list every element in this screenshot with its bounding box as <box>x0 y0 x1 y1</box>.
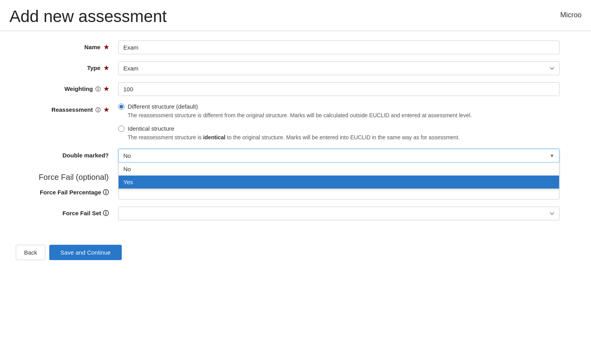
reassessment-option-identical-label[interactable]: Identical structure <box>118 125 559 132</box>
reassessment-radio-identical[interactable] <box>118 126 125 132</box>
weighting-input[interactable] <box>118 82 559 96</box>
double-marked-dropdown-list: No Yes <box>118 163 559 189</box>
reassessment-options: Different structure (default) The reasse… <box>118 103 559 142</box>
name-input[interactable] <box>118 41 559 54</box>
weighting-label: Weighting ⓘ ★ <box>16 82 118 93</box>
name-label: Name ★ <box>16 41 118 51</box>
double-marked-label: Double marked? <box>16 149 118 159</box>
dropdown-item-yes[interactable]: Yes <box>119 176 559 188</box>
double-marked-row: Double marked? No ▼ No Yes <box>16 149 559 163</box>
force-fail-percentage-label: Force Fail Percentage ⓘ <box>16 186 118 196</box>
dropdown-arrow-icon: ▼ <box>550 153 554 159</box>
reassessment-row: Reassessment ⓘ ★ Different structure (de… <box>16 103 559 142</box>
weighting-required: ★ <box>104 85 109 92</box>
reassessment-radio-different[interactable] <box>118 103 125 110</box>
reassessment-option-different: Different structure (default) The reasse… <box>118 103 559 120</box>
type-label: Type ★ <box>16 61 118 72</box>
name-required: ★ <box>104 44 109 50</box>
double-marked-dropdown[interactable]: No ▼ No Yes <box>118 149 559 163</box>
force-fail-section-label: Force Fail (optional) <box>16 170 118 182</box>
force-fail-set-row: Force Fail Set ⓘ <box>16 207 559 220</box>
double-marked-selected[interactable]: No ▼ <box>118 149 559 163</box>
double-marked-control-wrap: No ▼ No Yes <box>118 149 559 163</box>
type-row: Type ★ Exam Coursework Dissertation Pres… <box>16 61 559 75</box>
reassessment-required: ★ <box>104 106 109 113</box>
reassessment-option-identical: Identical structure The reassessment str… <box>118 125 559 142</box>
force-fail-set-label: Force Fail Set ⓘ <box>16 207 118 217</box>
page-title: Add new assessment <box>9 7 167 26</box>
weighting-row: Weighting ⓘ ★ <box>16 82 559 96</box>
button-row: Back Save and Continue <box>0 237 591 268</box>
force-fail-set-help-icon[interactable]: ⓘ <box>103 210 109 216</box>
name-row: Name ★ <box>16 41 559 54</box>
force-fail-set-control <box>118 207 559 220</box>
reassessment-help-icon[interactable]: ⓘ <box>95 107 100 113</box>
type-required: ★ <box>104 65 109 71</box>
save-continue-button[interactable]: Save and Continue <box>49 245 122 260</box>
name-control-wrap <box>118 41 559 54</box>
type-select[interactable]: Exam Coursework Dissertation Presentatio… <box>118 61 559 75</box>
back-button[interactable]: Back <box>16 245 45 260</box>
type-control-wrap: Exam Coursework Dissertation Presentatio… <box>118 61 559 75</box>
reassessment-option-different-desc: The reassessment structure is different … <box>128 111 559 120</box>
reassessment-option-different-label[interactable]: Different structure (default) <box>118 103 559 110</box>
weighting-help-icon[interactable]: ⓘ <box>95 86 100 92</box>
force-fail-set-select[interactable] <box>118 207 559 220</box>
reassessment-label: Reassessment ⓘ ★ <box>16 103 118 114</box>
header-right-text: Microo <box>560 7 582 19</box>
reassessment-option-identical-desc: The reassessment structure is identical … <box>128 133 559 142</box>
weighting-control-wrap <box>118 82 559 96</box>
dropdown-item-no[interactable]: No <box>119 163 559 176</box>
force-fail-percentage-help-icon[interactable]: ⓘ <box>103 189 109 196</box>
